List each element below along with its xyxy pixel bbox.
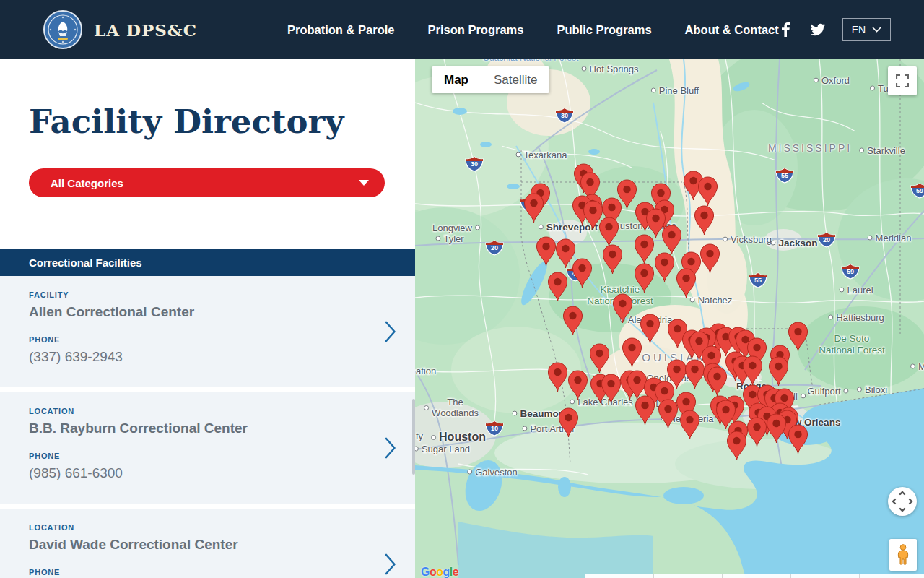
- facility-name: David Wade Correctional Center: [29, 537, 365, 553]
- nav-link-prison-programs[interactable]: Prison Programs: [427, 23, 523, 37]
- facility-map-marker[interactable]: [612, 293, 633, 324]
- phone-field-label: PHONE: [29, 568, 365, 577]
- google-map[interactable]: Ouachita National ForestHot SpringsPine …: [415, 59, 924, 578]
- facility-map-marker[interactable]: [726, 431, 747, 461]
- facility-card[interactable]: FACILITYAllen Correctional CenterPHONE(3…: [0, 276, 415, 387]
- chevron-right-icon: [385, 321, 396, 342]
- facility-map-marker[interactable]: [558, 407, 579, 438]
- page-title: Facility Directory: [29, 103, 344, 141]
- facility-directory-panel: Facility Directory All Categories Correc…: [0, 59, 415, 578]
- facility-map-marker[interactable]: [658, 399, 679, 429]
- nav-link-public-programs[interactable]: Public Programs: [557, 23, 651, 37]
- nav-link-about-contact[interactable]: About & Contact: [685, 23, 779, 37]
- chevron-right-icon: [385, 553, 396, 575]
- facility-map-marker[interactable]: [547, 362, 568, 392]
- top-navbar: LA DPS&C Probation & ParolePrison Progra…: [0, 0, 924, 59]
- main-navigation: Probation & ParolePrison ProgramsPublic …: [287, 23, 779, 37]
- facility-map-marker[interactable]: [602, 244, 623, 275]
- satellite-tab[interactable]: Satellite: [481, 66, 549, 93]
- facility-map-marker[interactable]: [547, 272, 568, 302]
- facility-map-marker[interactable]: [598, 217, 619, 247]
- facebook-icon[interactable]: [779, 22, 793, 37]
- facility-map-marker[interactable]: [634, 234, 655, 264]
- facility-list: FACILITYAllen Correctional CenterPHONE(3…: [0, 276, 415, 578]
- category-filter-value: All Categories: [51, 177, 123, 189]
- facility-map-marker[interactable]: [766, 413, 787, 444]
- category-filter-dropdown[interactable]: All Categories: [29, 168, 385, 197]
- facility-map-marker[interactable]: [788, 424, 808, 454]
- facility-field-label: LOCATION: [29, 523, 365, 532]
- facility-map-marker[interactable]: [699, 243, 720, 274]
- phone-field-label: PHONE: [29, 452, 365, 460]
- facility-map-marker[interactable]: [654, 252, 675, 282]
- fullscreen-button[interactable]: [888, 66, 917, 95]
- language-code: EN: [852, 24, 866, 35]
- street-view-pegman-button[interactable]: [889, 539, 917, 571]
- facility-map-marker[interactable]: [567, 370, 588, 400]
- chevron-right-icon: [385, 437, 396, 459]
- fullscreen-icon: [896, 74, 909, 87]
- map-attribution-bar: [585, 574, 924, 578]
- chevron-down-icon: [872, 27, 881, 33]
- pan-arrows-icon: [892, 491, 913, 512]
- facility-name: Allen Correctional Center: [29, 304, 365, 320]
- facility-phone: (337) 639-2943: [29, 349, 365, 365]
- facility-map-marker[interactable]: [634, 263, 655, 293]
- brand-title: LA DPS&C: [94, 20, 197, 40]
- facility-map-marker[interactable]: [562, 306, 583, 336]
- facility-map-marker[interactable]: [707, 366, 728, 397]
- facility-map-marker[interactable]: [676, 268, 697, 298]
- pegman-icon: [897, 544, 909, 566]
- facility-field-label: FACILITY: [29, 290, 365, 299]
- facility-card[interactable]: LOCATIONDavid Wade Correctional CenterPH…: [0, 509, 415, 578]
- facility-map-marker[interactable]: [572, 258, 593, 288]
- facility-map-marker[interactable]: [679, 410, 700, 440]
- facility-map-marker[interactable]: [523, 193, 544, 223]
- phone-field-label: PHONE: [29, 335, 365, 344]
- chevron-down-icon: [359, 180, 369, 186]
- pan-control[interactable]: [888, 487, 917, 516]
- facility-map-marker[interactable]: [589, 343, 610, 374]
- twitter-icon[interactable]: [811, 22, 825, 37]
- facility-map-marker[interactable]: [640, 314, 661, 344]
- nav-link-probation-parole[interactable]: Probation & Parole: [287, 23, 395, 37]
- louisiana-state-seal-logo: [43, 10, 82, 49]
- facility-name: B.B. Rayburn Correctional Center: [29, 420, 365, 436]
- section-header: Correctional Facilities: [0, 249, 415, 276]
- facility-map-marker[interactable]: [661, 225, 682, 255]
- facility-map-marker[interactable]: [746, 417, 767, 447]
- navbar-right: EN: [779, 18, 891, 41]
- facility-map-marker[interactable]: [697, 176, 718, 207]
- language-selector[interactable]: EN: [842, 18, 891, 41]
- facility-field-label: LOCATION: [29, 407, 365, 415]
- facility-map-marker[interactable]: [788, 322, 808, 352]
- facility-phone: (985) 661-6300: [29, 465, 365, 481]
- facility-map-marker[interactable]: [768, 356, 789, 387]
- facility-card[interactable]: LOCATIONB.B. Rayburn Correctional Center…: [0, 392, 415, 504]
- map-type-control: Map Satellite: [432, 66, 549, 93]
- facility-map-marker[interactable]: [742, 355, 763, 386]
- section-header-label: Correctional Facilities: [29, 256, 142, 269]
- facility-map-marker[interactable]: [694, 205, 715, 236]
- map-tab[interactable]: Map: [432, 66, 481, 93]
- facility-map-marker[interactable]: [536, 236, 557, 267]
- facility-map-marker[interactable]: [622, 337, 642, 368]
- page: LA DPS&C Probation & ParolePrison Progra…: [0, 0, 924, 578]
- google-logo: Google: [421, 566, 458, 578]
- facility-map-marker[interactable]: [635, 395, 655, 426]
- facility-map-marker[interactable]: [601, 374, 622, 404]
